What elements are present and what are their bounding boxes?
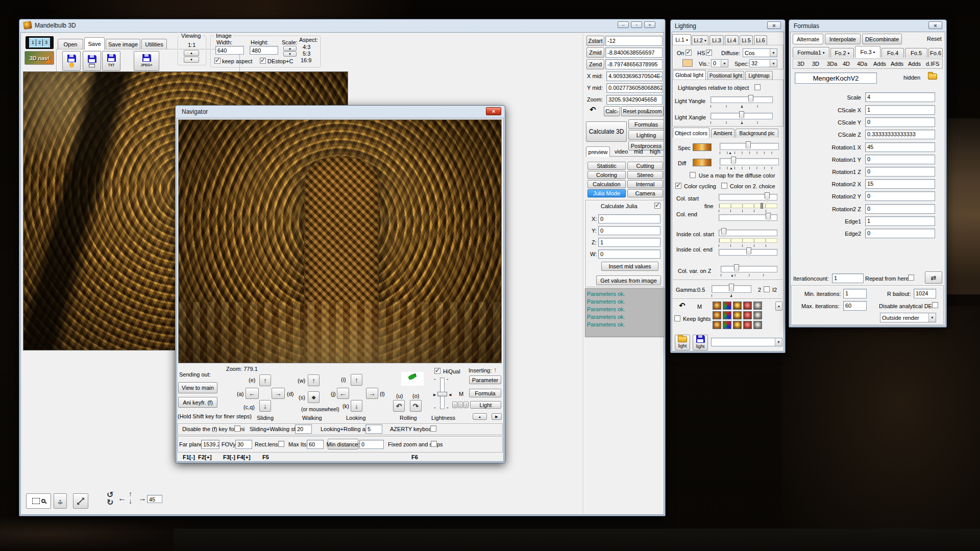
- lighting-undo-icon[interactable]: ↶: [679, 302, 685, 309]
- tab-fo2[interactable]: Fo.2 •: [830, 48, 854, 58]
- look-up-button[interactable]: ↑: [351, 374, 362, 386]
- col-var-track[interactable]: [721, 266, 777, 272]
- julia-y-field[interactable]: 0: [598, 226, 660, 235]
- cutting-button[interactable]: Cutting: [627, 162, 663, 170]
- julia-x-field[interactable]: 0: [598, 214, 660, 223]
- light-yangle-track[interactable]: [710, 96, 773, 103]
- type-4d[interactable]: 4D: [843, 61, 850, 67]
- viewing-spin-down[interactable]: ▼: [184, 57, 199, 63]
- rotate-angle-field[interactable]: 45: [147, 495, 162, 503]
- tab-li2[interactable]: Li.2 •: [692, 35, 708, 45]
- light-3-button[interactable]: 3: [463, 402, 469, 408]
- type-3da[interactable]: 3Da: [827, 61, 837, 67]
- i2-checkbox[interactable]: [764, 286, 770, 292]
- julia-w-field[interactable]: 0: [598, 249, 660, 259]
- keep-aspect-checkbox[interactable]: [214, 58, 220, 64]
- slide-right-button[interactable]: →: [272, 388, 285, 399]
- min-distance-field[interactable]: 0: [359, 440, 384, 449]
- camera-button[interactable]: Camera: [627, 189, 663, 197]
- max-its-field[interactable]: 60: [307, 440, 324, 449]
- inside-start-track[interactable]: [719, 230, 777, 236]
- pan-tool-button[interactable]: ↔ ↕: [54, 493, 67, 509]
- tab-fo3[interactable]: Fo.3 •: [855, 46, 880, 58]
- zstart-field[interactable]: -12: [605, 36, 663, 46]
- load-light-button[interactable]: light: [675, 335, 690, 350]
- light-preset[interactable]: [713, 302, 721, 310]
- look-down-button[interactable]: ↓: [351, 400, 362, 412]
- reset-button[interactable]: Reset: [927, 36, 942, 42]
- tab-fo5[interactable]: Fo.5: [905, 48, 927, 58]
- light-preset[interactable]: [743, 311, 752, 319]
- iterationcount-field[interactable]: 1: [832, 273, 864, 283]
- col-fine-track[interactable]: [719, 204, 777, 208]
- zstart-button[interactable]: Zstart: [586, 36, 604, 46]
- param-field[interactable]: 15: [865, 179, 935, 189]
- light-preset[interactable]: [723, 302, 731, 310]
- tab-li6[interactable]: Li.6: [754, 35, 767, 45]
- azerty-checkbox[interactable]: [430, 425, 436, 432]
- julia-mode-button[interactable]: Julia Mode: [587, 189, 626, 197]
- tab-positional-light[interactable]: Positional light: [707, 71, 744, 80]
- aspect-4-3[interactable]: 4:3: [303, 44, 310, 51]
- slide-left-button[interactable]: ←: [246, 388, 259, 399]
- outside-render-dropdown[interactable]: Outside render▼: [880, 313, 936, 322]
- xmid-field[interactable]: 4.90933696370504E-5: [606, 71, 663, 81]
- light-preset[interactable]: [723, 311, 731, 319]
- fovy-field[interactable]: 30: [235, 440, 252, 449]
- param-field[interactable]: 0: [865, 155, 935, 164]
- alternate-button[interactable]: Alternate: [793, 34, 823, 44]
- param-field[interactable]: 4: [865, 92, 935, 102]
- light-preset[interactable]: [753, 302, 762, 310]
- step-down-icon[interactable]: ↓: [129, 498, 132, 505]
- far-plane-field[interactable]: 1539.2: [201, 440, 219, 449]
- diff-slider-track[interactable]: [720, 158, 779, 165]
- zmid-field[interactable]: -8.8400638556597: [605, 47, 663, 58]
- light-preset[interactable]: [733, 311, 742, 319]
- inside-fine-track[interactable]: [719, 238, 777, 243]
- spec-dropdown[interactable]: 32▼: [749, 59, 777, 67]
- min-iterations-field[interactable]: 1: [843, 289, 867, 298]
- save-params-button[interactable]: [62, 51, 81, 71]
- tab-save-image[interactable]: Save image: [106, 39, 140, 49]
- light-preset[interactable]: [753, 311, 762, 319]
- scale-spin-down[interactable]: ▼: [283, 52, 297, 57]
- calculation-button[interactable]: Calculation: [587, 180, 626, 188]
- light-preset-dropdown[interactable]: ▼: [711, 338, 782, 346]
- tab-high[interactable]: high: [650, 148, 660, 155]
- light-preset-thumbnails[interactable]: [713, 302, 774, 330]
- roll-ccw-button[interactable]: ↶: [393, 400, 405, 412]
- save-dialog-button[interactable]: [83, 51, 101, 71]
- internal-button[interactable]: Internal: [627, 180, 663, 188]
- r-bailout-field[interactable]: 1024: [914, 289, 936, 298]
- formula-name-field[interactable]: MengerKochV2: [795, 72, 877, 84]
- type-3d-2[interactable]: 3D: [812, 61, 819, 67]
- zend-field[interactable]: -8.79748656378995: [605, 59, 663, 69]
- tab-li4[interactable]: Li.4: [725, 35, 739, 45]
- tab-open[interactable]: Open: [58, 39, 83, 49]
- tab-formula1[interactable]: Formula1 •: [793, 47, 829, 58]
- tab-preview[interactable]: preview: [586, 146, 610, 157]
- light-preset[interactable]: [743, 321, 752, 329]
- rotate-ccw-icon[interactable]: ↺: [107, 491, 113, 498]
- formulas-panel-button[interactable]: Formulas: [628, 119, 664, 129]
- on-checkbox[interactable]: [685, 49, 692, 56]
- roll-cw-button[interactable]: ↷: [410, 400, 422, 412]
- param-field[interactable]: 1: [865, 105, 935, 115]
- light-preset[interactable]: [723, 321, 731, 329]
- undo-icon[interactable]: ↶: [590, 106, 596, 113]
- main-window-titlebar[interactable]: [19, 19, 665, 32]
- use-map-checkbox[interactable]: [690, 172, 696, 178]
- light-preset[interactable]: [713, 311, 721, 319]
- tab-fo6[interactable]: Fo.6: [928, 48, 943, 58]
- light-1-button[interactable]: 1: [452, 402, 457, 408]
- param-field[interactable]: 0: [865, 204, 935, 214]
- param-field[interactable]: 45: [865, 142, 935, 152]
- tab-global-light[interactable]: Global light: [673, 70, 706, 80]
- lighting-panel-button[interactable]: Lighting: [628, 130, 664, 140]
- slide-up-button[interactable]: ↑: [259, 374, 271, 386]
- statistic-button[interactable]: Statistic: [587, 162, 626, 170]
- walk-back-button[interactable]: ◆: [308, 391, 320, 403]
- color-2choice-checkbox[interactable]: [721, 183, 727, 189]
- param-field[interactable]: 0: [865, 229, 935, 238]
- hiqual-checkbox[interactable]: [434, 368, 440, 374]
